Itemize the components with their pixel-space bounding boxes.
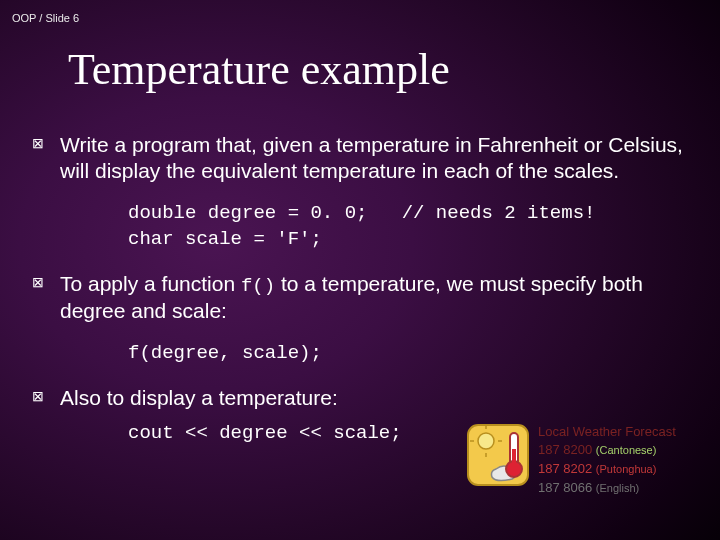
weather-line-1: 187 8200 (Cantonese) [538,441,676,460]
weather-line-2: 187 8202 (Putonghua) [538,460,676,479]
weather-note-2: (Putonghua) [596,463,657,475]
bullet-icon: ⊠ [32,275,44,289]
bullet-text-3: Also to display a temperature: [60,385,696,411]
text-before: To apply a function [60,272,241,295]
page-title: Temperature example [68,44,450,95]
weather-num-1: 187 8200 [538,442,592,457]
weather-text: Local Weather Forecast 187 8200 (Cantone… [538,423,676,498]
slide: OOP / Slide 6 Temperature example ⊠ Writ… [0,0,720,540]
bullet-item-2: ⊠ To apply a function f() to a temperatu… [32,271,696,367]
slide-number-label: OOP / Slide 6 [12,12,79,24]
weather-icon [466,423,530,487]
bullet-text-2: To apply a function f() to a temperature… [60,271,696,324]
svg-point-1 [478,433,494,449]
bullet-text-1: Write a program that, given a temperatur… [60,132,696,183]
inline-code: f() [241,275,275,297]
weather-note-3: (English) [596,482,639,494]
weather-line-3: 187 8066 (English) [538,479,676,498]
bullet-icon: ⊠ [32,389,44,403]
svg-rect-8 [512,449,516,469]
code-block-2: f(degree, scale); [128,341,696,367]
weather-widget: Local Weather Forecast 187 8200 (Cantone… [466,423,706,498]
code-block-1: double degree = 0. 0; // needs 2 items! … [128,201,696,252]
weather-num-3: 187 8066 [538,480,592,495]
slide-body: ⊠ Write a program that, given a temperat… [32,132,696,464]
weather-num-2: 187 8202 [538,461,592,476]
bullet-item-1: ⊠ Write a program that, given a temperat… [32,132,696,253]
bullet-icon: ⊠ [32,136,44,150]
weather-note-1: (Cantonese) [596,444,657,456]
weather-header: Local Weather Forecast [538,423,676,442]
